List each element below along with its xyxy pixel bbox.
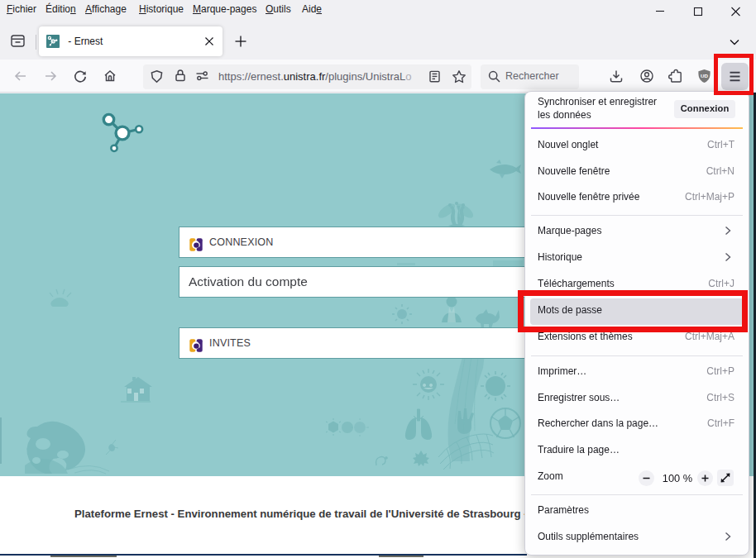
svg-text:UD: UD [701,73,708,79]
